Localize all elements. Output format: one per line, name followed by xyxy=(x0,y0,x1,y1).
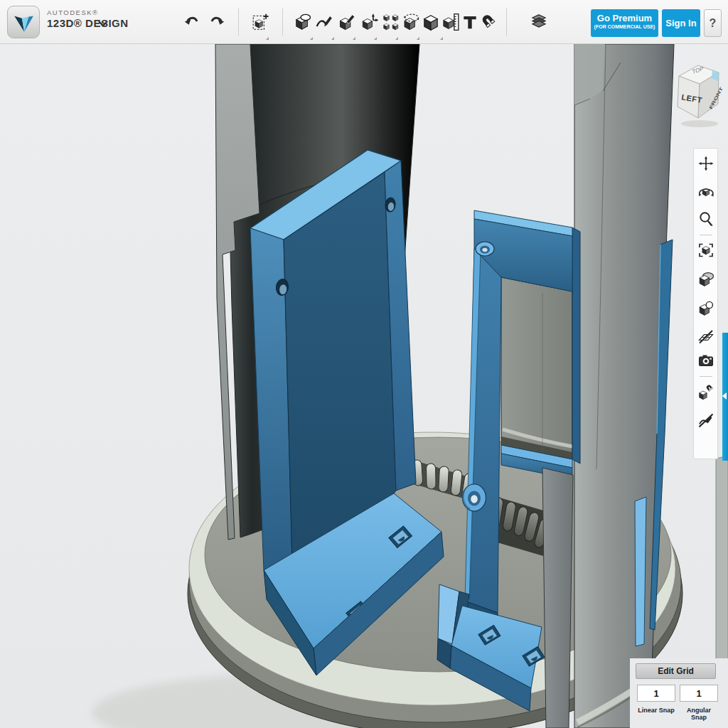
undo-icon xyxy=(183,13,201,31)
snap-toggle-icon xyxy=(697,384,714,401)
edit-grid-button[interactable]: Edit Grid xyxy=(636,663,716,679)
angular-snap-input[interactable] xyxy=(680,685,718,702)
brand-line1: AUTODESK® xyxy=(47,9,129,17)
boss-top xyxy=(476,242,494,256)
snap-icon xyxy=(480,13,498,31)
sketch-button[interactable] xyxy=(313,10,336,34)
orbit-button[interactable] xyxy=(697,183,715,201)
toolbar-separator xyxy=(700,376,712,377)
viewport-canvas[interactable] xyxy=(0,0,728,728)
linear-snap-label: Linear Snap xyxy=(637,707,675,714)
toolbar-separator xyxy=(238,9,239,36)
dropdown-caret xyxy=(395,37,398,40)
zoom-icon xyxy=(697,210,714,228)
visibility-icon xyxy=(697,300,714,317)
model-menu-dropdown[interactable] xyxy=(97,18,109,28)
go-premium-label: Go Premium xyxy=(591,13,658,23)
construct-icon xyxy=(338,13,356,31)
dropdown-caret xyxy=(440,37,443,40)
redo-button[interactable] xyxy=(205,10,228,34)
combine-icon xyxy=(422,13,440,31)
dropdown-caret xyxy=(353,37,355,40)
fit-view-icon xyxy=(697,242,714,259)
orbit-icon xyxy=(697,183,714,200)
grid-toggle-icon xyxy=(697,328,714,346)
collapse-arrow-icon xyxy=(722,392,727,400)
top-toolbar: AUTODESK® 123D® DESIGN Go Premium (FOR C… xyxy=(0,0,728,44)
snap-button[interactable] xyxy=(478,10,500,34)
primitives-button[interactable] xyxy=(291,10,314,34)
side-panel-handle[interactable] xyxy=(722,333,728,461)
insert-button[interactable] xyxy=(249,10,272,34)
sign-in-button[interactable]: Sign In xyxy=(662,9,700,37)
screenshot-button[interactable] xyxy=(697,351,715,370)
construct-button[interactable] xyxy=(336,10,358,34)
redo-icon xyxy=(208,13,226,31)
brand-line2: 123D® DESIGN xyxy=(47,17,129,29)
navigation-toolbar xyxy=(693,148,718,459)
go-premium-sublabel: (FOR COMMERCIAL USE) xyxy=(591,24,658,29)
app-logo[interactable] xyxy=(7,6,40,38)
view-cube[interactable]: TOP LEFT FRONT xyxy=(671,60,728,131)
linear-snap-input[interactable] xyxy=(637,685,675,702)
shading-icon xyxy=(697,271,714,288)
sketch-visibility-button[interactable] xyxy=(697,412,715,430)
undo-button[interactable] xyxy=(181,10,203,34)
dropdown-caret xyxy=(266,37,269,40)
measure-icon xyxy=(441,13,460,31)
sketch-icon xyxy=(315,13,333,31)
toolbar-separator xyxy=(506,9,507,36)
material-icon xyxy=(530,13,548,31)
help-button[interactable]: ? xyxy=(704,9,722,37)
pattern-icon xyxy=(382,13,400,31)
pan-button[interactable] xyxy=(697,154,715,173)
dropdown-caret xyxy=(417,37,419,40)
text-icon xyxy=(461,13,479,31)
dropdown-caret xyxy=(331,37,334,40)
dropdown-caret xyxy=(374,37,377,40)
fit-view-button[interactable] xyxy=(697,241,715,259)
toolbar-separator xyxy=(700,235,712,235)
material-button[interactable] xyxy=(528,10,550,34)
123d-logo-icon xyxy=(12,11,35,33)
dropdown-caret xyxy=(310,37,313,40)
grouping-icon xyxy=(402,13,420,31)
go-premium-button[interactable]: Go Premium (FOR COMMERCIAL USE) xyxy=(591,9,658,37)
insert-icon xyxy=(251,13,269,31)
transform-button[interactable] xyxy=(358,10,381,34)
sketch-visibility-icon xyxy=(697,412,714,429)
visibility-button[interactable] xyxy=(697,299,715,318)
grid-snap-panel: Edit Grid Linear Snap Angular Snap xyxy=(630,658,728,728)
snap-toggle-button[interactable] xyxy=(697,383,715,402)
screenshot-icon xyxy=(697,352,714,369)
pan-icon xyxy=(697,155,714,172)
toolbar-separator xyxy=(282,9,283,36)
primitives-icon xyxy=(294,13,312,31)
brand-text: AUTODESK® 123D® DESIGN xyxy=(47,9,129,29)
angular-snap-label: Angular Snap xyxy=(680,707,718,721)
grid-toggle-button[interactable] xyxy=(697,328,715,346)
shading-button[interactable] xyxy=(697,270,715,289)
boss-mid xyxy=(463,484,486,511)
gray-post[interactable] xyxy=(542,468,573,728)
zoom-button[interactable] xyxy=(697,210,715,228)
transform-icon xyxy=(360,13,379,31)
